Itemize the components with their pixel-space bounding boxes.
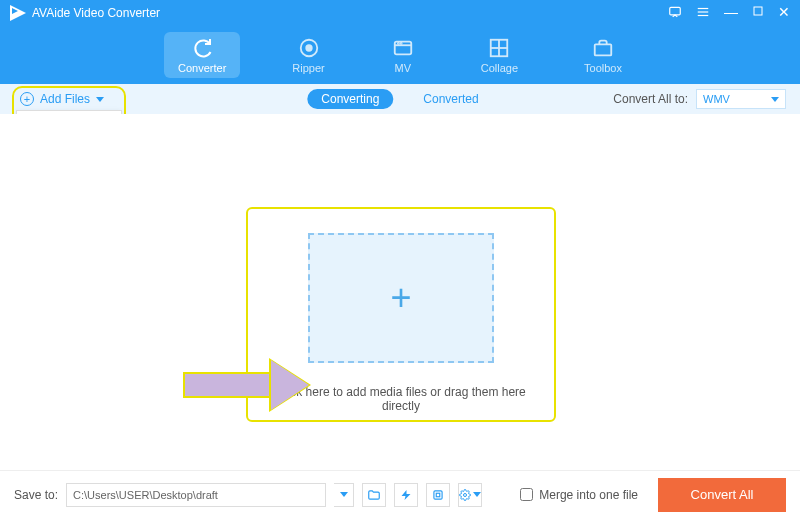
tab-converted[interactable]: Converted xyxy=(409,89,492,109)
menu-icon[interactable] xyxy=(696,5,710,21)
svg-point-9 xyxy=(400,43,401,44)
high-speed-button[interactable] xyxy=(426,483,450,507)
add-files-label: Add Files xyxy=(40,92,90,106)
tab-collage[interactable]: Collage xyxy=(467,32,532,78)
svg-rect-15 xyxy=(434,490,442,498)
main-toolbar: Converter Ripper MV Collage Toolbox xyxy=(0,26,800,84)
add-files-button[interactable]: + Add Files xyxy=(14,88,110,110)
app-logo-icon xyxy=(10,5,26,21)
svg-rect-4 xyxy=(754,7,762,15)
svg-point-17 xyxy=(464,493,467,496)
tab-label: Converter xyxy=(178,62,226,74)
dropzone[interactable]: + xyxy=(308,233,494,363)
chevron-down-icon xyxy=(96,97,104,102)
svg-rect-13 xyxy=(595,44,612,55)
collage-icon xyxy=(487,36,511,60)
save-to-label: Save to: xyxy=(14,488,58,502)
tab-label: Collage xyxy=(481,62,518,74)
tab-mv[interactable]: MV xyxy=(377,32,429,78)
tutorial-arrow-icon xyxy=(183,362,323,408)
convert-all-to-label: Convert All to: xyxy=(613,92,688,106)
tab-label: MV xyxy=(394,62,411,74)
minimize-icon[interactable]: — xyxy=(724,5,738,21)
convert-all-to: Convert All to: WMV xyxy=(613,89,786,109)
output-format-value: WMV xyxy=(703,93,730,105)
svg-rect-16 xyxy=(436,493,440,497)
toolbox-icon xyxy=(591,36,615,60)
tab-label: Ripper xyxy=(292,62,324,74)
convert-all-button[interactable]: Convert All xyxy=(658,478,786,512)
chevron-down-icon xyxy=(473,492,481,497)
merge-label: Merge into one file xyxy=(539,488,638,502)
plus-icon: + xyxy=(390,277,411,319)
svg-marker-14 xyxy=(402,490,411,500)
status-tabs: Converting Converted xyxy=(307,89,492,109)
titlebar: AVAide Video Converter — ✕ xyxy=(0,0,800,26)
output-format-select[interactable]: WMV xyxy=(696,89,786,109)
converter-icon xyxy=(190,36,214,60)
feedback-icon[interactable] xyxy=(668,5,682,21)
tab-ripper[interactable]: Ripper xyxy=(278,32,338,78)
chevron-down-icon xyxy=(340,492,348,497)
save-path-value: C:\Users\USER\Desktop\draft xyxy=(73,489,218,501)
settings-button[interactable] xyxy=(458,483,482,507)
close-icon[interactable]: ✕ xyxy=(778,5,790,21)
hw-accel-button[interactable] xyxy=(394,483,418,507)
main-area: + Click here to add media files or drag … xyxy=(0,114,800,484)
tab-converter[interactable]: Converter xyxy=(164,32,240,78)
save-path-field[interactable]: C:\Users\USER\Desktop\draft xyxy=(66,483,326,507)
svg-point-8 xyxy=(398,43,399,44)
tab-label: Toolbox xyxy=(584,62,622,74)
svg-point-6 xyxy=(306,45,312,51)
app-title: AVAide Video Converter xyxy=(32,6,668,20)
plus-circle-icon: + xyxy=(20,92,34,106)
merge-checkbox[interactable] xyxy=(520,488,533,501)
merge-checkbox-row[interactable]: Merge into one file xyxy=(520,488,638,502)
window-controls: — ✕ xyxy=(668,5,790,21)
open-folder-button[interactable] xyxy=(362,483,386,507)
maximize-icon[interactable] xyxy=(752,5,764,21)
svg-rect-0 xyxy=(670,7,681,15)
tab-converting[interactable]: Converting xyxy=(307,89,393,109)
save-path-dropdown[interactable] xyxy=(334,483,354,507)
ripper-icon xyxy=(297,36,321,60)
footer: Save to: C:\Users\USER\Desktop\draft Mer… xyxy=(0,470,800,518)
mv-icon xyxy=(391,36,415,60)
chevron-down-icon xyxy=(771,97,779,102)
tab-toolbox[interactable]: Toolbox xyxy=(570,32,636,78)
